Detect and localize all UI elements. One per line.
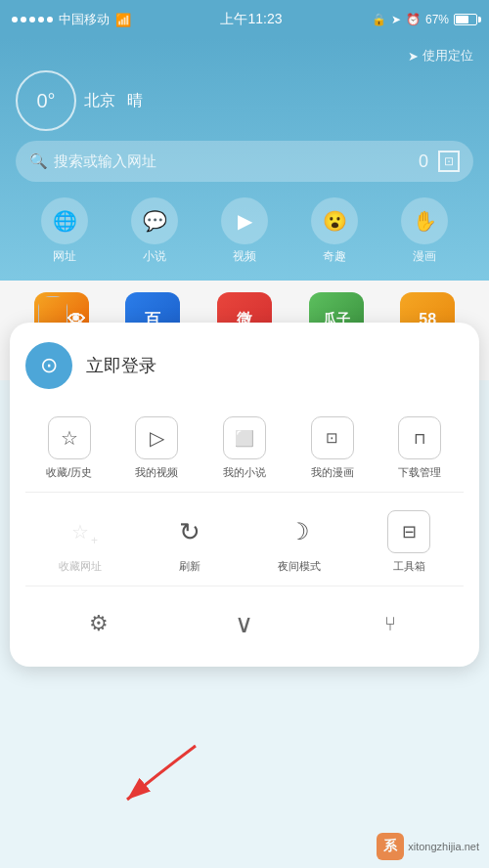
my-video-icon: ▷	[135, 416, 178, 459]
alarm-icon: ⏰	[406, 13, 421, 26]
carrier-label: 中国移动	[59, 11, 110, 28]
night-mode-icon: ☽	[278, 510, 321, 553]
city-name: 北京	[84, 92, 115, 108]
night-mode-label: 夜间模式	[278, 559, 321, 574]
battery-icon	[454, 14, 477, 25]
search-bar[interactable]: 🔍 搜索或输入网址 0 ⊡	[16, 141, 473, 182]
bottom-action-bar: ⚙ ∨ ⑂	[25, 596, 464, 651]
menu-my-video[interactable]: ▷ 我的视频	[113, 409, 201, 488]
collapse-button[interactable]: ∨	[223, 602, 266, 645]
weather-info: 北京 晴	[84, 91, 143, 111]
quick-item-url[interactable]: 🌐 网址	[41, 197, 88, 265]
watermark-text: xitongzhijia.net	[408, 841, 479, 852]
login-row[interactable]: ⊙ 立即登录	[25, 342, 464, 389]
video-label: 视频	[233, 248, 256, 265]
qr-icon[interactable]: ⊡	[438, 151, 460, 172]
my-video-label: 我的视频	[135, 465, 178, 480]
login-avatar: ⊙	[25, 342, 72, 389]
watermark-logo: 系	[377, 833, 404, 860]
manga-label: 漫画	[413, 248, 436, 265]
manga-icon: ✋	[401, 197, 448, 244]
refresh-icon: ↻	[168, 510, 211, 553]
red-arrow-annotation	[59, 736, 254, 814]
signal-dots	[12, 17, 53, 22]
status-right: 🔒 ➤ ⏰ 67%	[372, 13, 477, 26]
favorites-label: 收藏/历史	[46, 465, 92, 480]
divider	[25, 492, 464, 493]
menu-row-1: ☆ 收藏/历史 ▷ 我的视频 ⬜ 我的小说 ⊡ 我的漫画 ⊓ 下载管理	[25, 409, 464, 488]
share-icon: ⑂	[384, 613, 396, 635]
url-label: 网址	[53, 248, 76, 265]
video-icon: ▶	[221, 197, 268, 244]
search-icon: 🔍	[29, 152, 48, 170]
settings-icon: ⚙	[89, 611, 109, 636]
menu-download[interactable]: ⊓ 下载管理	[376, 409, 464, 488]
weather-temp-circle: 0°	[16, 70, 76, 131]
quick-access-row: 🌐 网址 💬 小说 ▶ 视频 😮 奇趣 ✋ 漫画	[16, 197, 473, 265]
share-button[interactable]: ⑂	[369, 602, 412, 645]
refresh-label: 刷新	[179, 559, 200, 574]
dropdown-panel: ⊙ 立即登录 ☆ 收藏/历史 ▷ 我的视频 ⬜ 我的小说 ⊡ 我的漫画 ⊓ 下载…	[10, 323, 479, 667]
menu-favorites[interactable]: ☆ 收藏/历史	[25, 409, 113, 488]
my-novel-label: 我的小说	[223, 465, 266, 480]
browser-top: ➤ 使用定位 0° 北京 晴 🔍 搜索或输入网址 0 ⊡ 🌐 网址 💬 小说 ▶	[0, 39, 489, 281]
watermark: 系 xitongzhijia.net	[377, 833, 479, 860]
location-arrow-icon: ➤	[408, 49, 419, 64]
location-btn-label: 使用定位	[422, 47, 473, 65]
bookmark-url-label: 收藏网址	[59, 559, 102, 574]
download-label: 下载管理	[398, 465, 441, 480]
temp-value: 0°	[36, 90, 55, 112]
location-row: ➤ 使用定位	[16, 47, 473, 65]
login-label: 立即登录	[86, 354, 156, 377]
status-time: 上午11:23	[220, 11, 282, 28]
location-icon: ➤	[391, 13, 401, 26]
avatar-icon: ⊙	[40, 353, 58, 378]
menu-refresh[interactable]: ↻ 刷新	[135, 502, 244, 582]
toolbox-icon: ⊟	[387, 510, 430, 553]
status-bar: 中国移动 📶 上午11:23 🔒 ➤ ⏰ 67%	[0, 0, 489, 39]
settings-button[interactable]: ⚙	[77, 602, 120, 645]
my-novel-icon: ⬜	[223, 416, 266, 459]
wifi-icon: 📶	[115, 13, 131, 27]
favorites-icon: ☆	[48, 416, 91, 459]
mic-icon: 0	[419, 152, 428, 172]
weather-row: 0° 北京 晴	[16, 70, 473, 131]
bookmark-url-icon: ☆+	[59, 510, 102, 553]
menu-my-novel[interactable]: ⬜ 我的小说	[200, 409, 289, 488]
my-manga-label: 我的漫画	[311, 465, 354, 480]
menu-bookmark-url[interactable]: ☆+ 收藏网址	[25, 502, 135, 582]
toolbox-label: 工具箱	[393, 559, 425, 574]
odd-icon: 😮	[311, 197, 358, 244]
menu-toolbox[interactable]: ⊟ 工具箱	[354, 502, 464, 582]
novel-label: 小说	[143, 248, 166, 265]
location-button[interactable]: ➤ 使用定位	[408, 47, 473, 65]
quick-item-novel[interactable]: 💬 小说	[131, 197, 178, 265]
odd-label: 奇趣	[323, 248, 346, 265]
novel-icon: 💬	[131, 197, 178, 244]
download-icon: ⊓	[398, 416, 441, 459]
my-manga-icon: ⊡	[311, 416, 354, 459]
quick-item-video[interactable]: ▶ 视频	[221, 197, 268, 265]
collapse-icon: ∨	[235, 609, 253, 639]
battery-percent: 67%	[425, 13, 449, 26]
status-left: 中国移动 📶	[12, 11, 131, 28]
quick-item-manga[interactable]: ✋ 漫画	[401, 197, 448, 265]
menu-night-mode[interactable]: ☽ 夜间模式	[244, 502, 354, 582]
quick-item-odd[interactable]: 😮 奇趣	[311, 197, 358, 265]
lock-icon: 🔒	[372, 13, 386, 26]
weather-condition: 晴	[127, 92, 143, 108]
menu-my-manga[interactable]: ⊡ 我的漫画	[289, 409, 377, 488]
search-input[interactable]: 搜索或输入网址	[54, 152, 419, 171]
divider-2	[25, 586, 464, 586]
menu-row-2: ☆+ 收藏网址 ↻ 刷新 ☽ 夜间模式 ⊟ 工具箱	[25, 502, 464, 582]
url-icon: 🌐	[41, 197, 88, 244]
